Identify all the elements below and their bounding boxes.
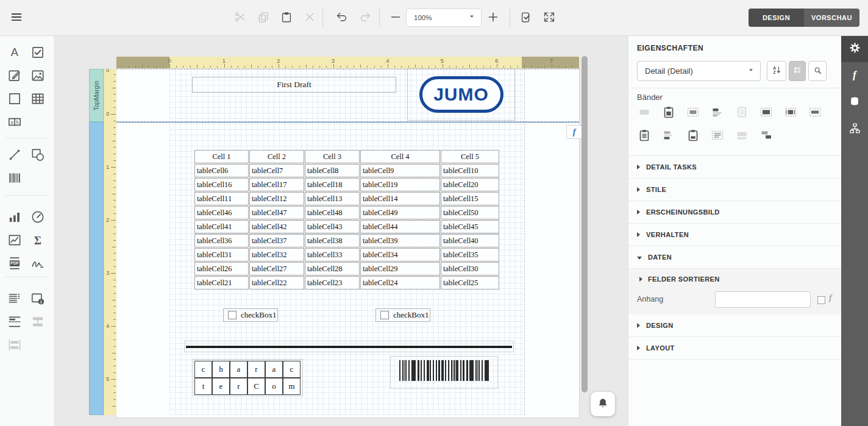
report-explorer-rail-tab[interactable] <box>841 116 868 143</box>
table-cell[interactable]: tableCell44 <box>360 220 440 233</box>
comb-cell[interactable]: e <box>212 378 230 395</box>
copy-button[interactable] <box>255 10 271 26</box>
table-cell[interactable]: tableCell37 <box>249 234 304 247</box>
subsection-felder-sortieren[interactable]: FELDER SORTIEREN <box>639 269 720 289</box>
table-cell[interactable]: tableCell32 <box>249 248 304 261</box>
table-cell[interactable]: tableCell19 <box>360 178 440 191</box>
pdf-content-tool[interactable]: PDF <box>5 254 24 273</box>
section-stile[interactable]: STILE <box>628 179 841 201</box>
band-icon-clipboard-lines[interactable] <box>637 128 652 143</box>
group-view-button[interactable] <box>789 61 806 81</box>
preview-tab[interactable]: VORSCHAU <box>804 9 859 27</box>
image-tool[interactable] <box>28 66 48 85</box>
subreport-tool[interactable]: ab <box>5 112 24 132</box>
design-canvas[interactable]: TopMargin 01234567 0123450 f First Draft… <box>54 35 628 426</box>
properties-rail-tab[interactable] <box>841 35 868 62</box>
table-header-cell[interactable]: Cell 3 <box>305 150 360 163</box>
logo-image-element[interactable]: JUMO <box>407 68 515 121</box>
list-tool[interactable] <box>5 289 24 308</box>
expressions-rail-tab[interactable]: f <box>841 62 868 89</box>
band-icon-bars-mixed[interactable] <box>661 128 676 143</box>
signature-tool[interactable] <box>28 254 48 273</box>
table-cell[interactable]: tableCell48 <box>305 206 360 219</box>
zoom-in-button[interactable] <box>485 10 501 26</box>
band-icon-two-bars[interactable] <box>710 105 725 119</box>
table-cell[interactable]: tableCell15 <box>441 192 499 205</box>
design-tab[interactable]: DESIGN <box>749 9 804 27</box>
band-icon-clipboard-solid[interactable] <box>661 105 676 119</box>
table-cell[interactable]: tableCell29 <box>360 262 440 275</box>
table-cell[interactable]: tableCell41 <box>194 220 249 233</box>
text-tool[interactable]: A <box>5 43 24 62</box>
band-spacer-tool[interactable] <box>5 335 24 355</box>
table-header-cell[interactable]: Cell 5 <box>441 150 499 163</box>
section-erscheinungsbild[interactable]: ERSCHEINUNGSBILD <box>628 201 841 224</box>
table-cell[interactable]: tableCell42 <box>249 220 304 233</box>
comb-cell[interactable]: a <box>230 361 247 378</box>
table-cell[interactable]: tableCell31 <box>194 248 249 261</box>
table-cell[interactable]: tableCell10 <box>441 164 499 177</box>
redo-button[interactable] <box>357 10 373 26</box>
table-cell[interactable]: tableCell46 <box>194 206 249 219</box>
comb-cell[interactable]: c <box>194 361 212 378</box>
band-icon-solid-light[interactable] <box>637 105 652 119</box>
table-cell[interactable]: tableCell34 <box>360 248 440 261</box>
barcode-element[interactable] <box>390 356 498 389</box>
table-cell[interactable]: tableCell27 <box>249 262 304 275</box>
band-icon-dashed-bar-c[interactable] <box>808 105 822 119</box>
table-tool[interactable] <box>28 89 48 108</box>
checkbox-tool[interactable] <box>28 43 48 62</box>
table-cell[interactable]: tableCell35 <box>441 248 499 261</box>
table-cell[interactable]: tableCell6 <box>194 164 249 177</box>
table-header-cell[interactable]: Cell 1 <box>194 150 249 163</box>
paste-button[interactable] <box>279 10 294 26</box>
band-formula-badge[interactable]: f <box>566 125 582 139</box>
comb-cell[interactable]: m <box>283 378 301 395</box>
section-detail-tasks[interactable]: DETAIL TASKS <box>628 156 841 179</box>
table-cell[interactable]: tableCell25 <box>441 276 499 289</box>
comb-cell[interactable]: r <box>230 378 247 395</box>
scrollbar-thumb[interactable] <box>582 56 588 392</box>
section-daten[interactable]: DATEN <box>628 246 841 269</box>
cut-button[interactable] <box>232 10 248 26</box>
table-cell[interactable]: tableCell24 <box>360 276 440 289</box>
band-icon-dashed-bar-b[interactable] <box>783 105 798 119</box>
comb-cell[interactable]: c <box>283 361 301 378</box>
table-cell[interactable]: tableCell12 <box>249 192 304 205</box>
zoom-select[interactable]: 100% <box>406 9 482 27</box>
math-tool[interactable]: Σ <box>28 230 48 250</box>
validate-report-button[interactable] <box>518 10 534 26</box>
comb-cell[interactable]: o <box>265 378 283 395</box>
character-comb-element[interactable]: characterCom <box>193 359 303 396</box>
table-cell[interactable]: tableCell23 <box>305 276 360 289</box>
table-cell[interactable]: tableCell17 <box>249 178 304 191</box>
band-icon-dashed-bar-a[interactable] <box>759 105 774 119</box>
richtext-tool[interactable] <box>5 66 24 85</box>
table-cell[interactable]: tableCell39 <box>360 234 440 247</box>
zoom-out-button[interactable] <box>388 10 404 26</box>
table-cell[interactable]: tableCell40 <box>441 234 499 247</box>
table-cell[interactable]: tableCell49 <box>360 206 440 219</box>
chart-tool[interactable] <box>5 207 24 227</box>
table-header-cell[interactable]: Cell 2 <box>249 150 304 163</box>
comb-cell[interactable]: C <box>247 378 265 395</box>
table-cell[interactable]: tableCell33 <box>305 248 360 261</box>
horizontal-line-element[interactable] <box>184 341 514 352</box>
delete-button[interactable] <box>302 10 318 26</box>
table-cell[interactable]: tableCell18 <box>305 178 360 191</box>
table-cell[interactable]: tableCell16 <box>194 178 249 191</box>
band-icon-overlap[interactable] <box>759 128 774 143</box>
comb-cell[interactable]: h <box>212 361 230 378</box>
band-icon-bars-light[interactable] <box>735 128 749 143</box>
table-cell[interactable]: tableCell8 <box>305 164 360 177</box>
table-cell[interactable]: tableCell21 <box>194 276 249 289</box>
table-cell[interactable]: tableCell45 <box>441 220 499 233</box>
band-icon-clipboard-bar[interactable] <box>686 128 700 143</box>
anhang-input[interactable] <box>715 291 811 308</box>
canvas-scrollbar[interactable] <box>582 56 588 417</box>
vertical-spacer-tool[interactable] <box>28 312 48 332</box>
data-sources-rail-tab[interactable] <box>841 89 868 116</box>
report-title-element[interactable]: First Draft <box>192 77 396 93</box>
topmargin-band-strip[interactable]: TopMargin <box>89 69 104 122</box>
checkbox-element-2[interactable]: checkBox1 <box>375 308 430 322</box>
